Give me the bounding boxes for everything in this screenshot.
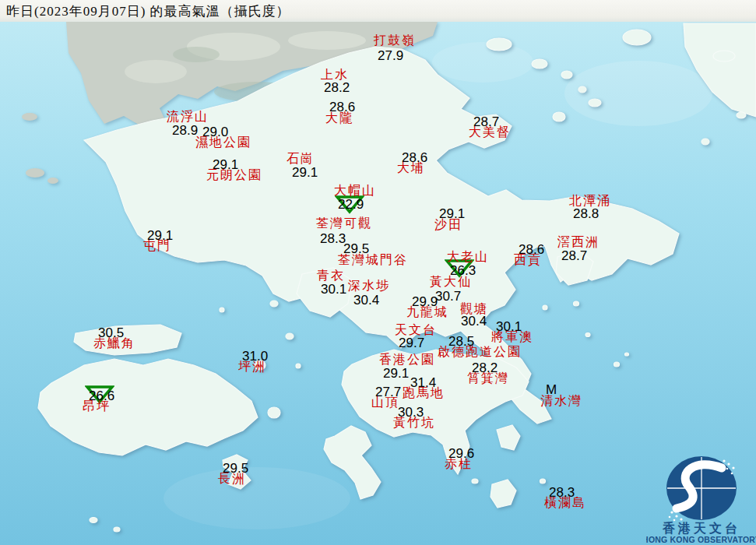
station-value: 26.6 xyxy=(89,389,114,403)
station-label: 北潭涌 xyxy=(569,195,611,207)
station-label: 石崗 xyxy=(287,153,315,165)
station-label: 大帽山 xyxy=(334,185,376,197)
station-label: 流浮山 xyxy=(167,111,209,123)
station-value: 31.4 xyxy=(410,376,436,389)
station-value: 22.9 xyxy=(338,198,364,211)
station-value: 28.6 xyxy=(329,100,355,114)
station-label: 黃大仙 xyxy=(430,276,472,288)
stations-layer: 打鼓嶺27.9上水28.2大隴28.6大美督28.7流浮山28.9濕地公園29.… xyxy=(0,0,756,545)
station-value: 28.5 xyxy=(448,335,474,348)
station-value: 29.1 xyxy=(439,207,465,220)
station-label: 大老山 xyxy=(447,251,489,263)
station-label: 香港公園 xyxy=(379,353,435,366)
station-value: 29.1 xyxy=(213,158,238,171)
station-value: 29.0 xyxy=(202,125,228,139)
station-label: 打鼓嶺 xyxy=(374,34,416,47)
station-value: 28.9 xyxy=(172,124,198,137)
station-label: 滘西洲 xyxy=(557,236,600,248)
hko-logo: 香港天文台 HONG KONG OBSERVATORY xyxy=(646,450,756,545)
station-value: 28.3 xyxy=(320,232,346,245)
station-value: 29.1 xyxy=(292,166,318,179)
station-value: 29.9 xyxy=(412,295,438,308)
station-value: 28.2 xyxy=(324,81,350,94)
station-label: 深水埗 xyxy=(348,280,390,292)
station-value: 27.9 xyxy=(378,49,403,62)
station-value: 30.4 xyxy=(461,315,487,328)
station-value: 30.7 xyxy=(435,290,461,303)
station-value: 30.1 xyxy=(321,283,346,296)
station-value: 28.8 xyxy=(573,207,599,220)
station-value: 31.0 xyxy=(242,350,268,363)
station-value: 28.7 xyxy=(561,249,587,262)
station-value: 29.1 xyxy=(383,367,409,380)
station-value: 28.3 xyxy=(549,486,575,499)
logo-name-en: HONG KONG OBSERVATORY xyxy=(646,535,756,544)
station-value: 27.7 xyxy=(375,385,401,399)
station-value: 29.1 xyxy=(147,229,173,242)
station-value: 30.1 xyxy=(496,320,522,333)
station-value: 28.6 xyxy=(519,243,544,256)
logo-name-zh: 香港天文台 xyxy=(662,521,740,535)
hko-max-temp-map: 昨日(2023年09月07日) 的最高氣溫（攝氏度） 打鼓嶺27.9上水28.2… xyxy=(0,0,756,545)
station-label: 青衣 xyxy=(317,269,345,282)
station-value: 30.4 xyxy=(353,294,379,307)
station-value: 30.3 xyxy=(398,406,424,419)
station-value: 29.6 xyxy=(448,447,474,460)
station-value: 29.7 xyxy=(399,336,424,350)
station-label: 天文台 xyxy=(395,324,437,336)
station-value: 30.5 xyxy=(98,326,124,339)
station-label: 上水 xyxy=(321,69,349,81)
station-value: 29.5 xyxy=(343,242,369,255)
station-value: 28.2 xyxy=(472,361,498,374)
station-value: M xyxy=(546,383,557,396)
station-value: 29.5 xyxy=(223,462,248,475)
station-value: 28.7 xyxy=(473,115,499,128)
station-label: 荃灣可觀 xyxy=(316,217,372,230)
station-value: 28.6 xyxy=(402,151,427,164)
